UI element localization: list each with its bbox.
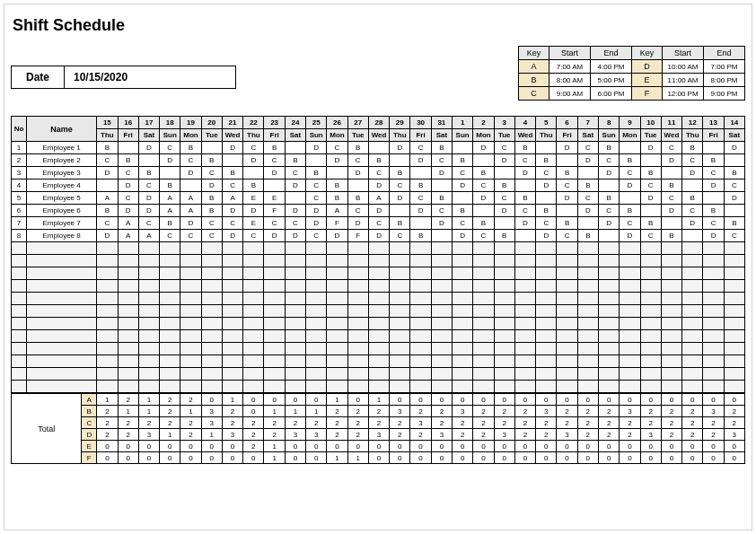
shift-cell: C xyxy=(347,154,368,167)
shift-cell: B xyxy=(410,179,431,192)
key-code: E xyxy=(632,74,663,87)
key-time: 11:00 AM xyxy=(663,74,704,87)
total-cell: 2 xyxy=(180,417,201,429)
total-cell: 2 xyxy=(557,406,577,417)
shift-cell: D xyxy=(327,154,347,167)
employee-name: Employee 1 xyxy=(26,142,96,154)
total-cell: 0 xyxy=(410,394,431,406)
shift-cell xyxy=(724,205,744,217)
total-cell: 0 xyxy=(514,452,535,464)
total-cell: 2 xyxy=(473,406,494,417)
total-cell: 1 xyxy=(138,406,159,417)
shift-cell: A xyxy=(160,192,180,205)
shift-cell: C xyxy=(243,142,264,154)
total-cell: 1 xyxy=(347,452,368,464)
shift-cell: D xyxy=(368,205,389,217)
total-cell: 2 xyxy=(431,406,452,417)
shift-cell: B xyxy=(453,154,473,167)
day-number: 2 xyxy=(473,117,494,129)
shift-cell xyxy=(661,167,681,179)
shift-cell: D xyxy=(180,217,201,230)
total-cell: 3 xyxy=(640,429,661,441)
shift-cell: D xyxy=(160,154,180,167)
total-cell: 2 xyxy=(682,417,703,429)
shift-cell: C xyxy=(682,205,703,217)
day-name: Thu xyxy=(390,129,410,142)
shift-cell: F xyxy=(327,217,347,230)
shift-cell xyxy=(347,179,368,192)
total-cell: 0 xyxy=(640,394,661,406)
shift-cell: C xyxy=(514,154,535,167)
total-row: E0000000210000000000000000000000 xyxy=(12,441,745,452)
total-cell: 3 xyxy=(494,429,514,441)
total-cell: 1 xyxy=(180,406,201,417)
total-cell: 0 xyxy=(473,441,494,452)
total-cell: 3 xyxy=(703,406,724,417)
shift-cell: D xyxy=(620,230,640,242)
shift-cell: B xyxy=(536,205,557,217)
total-cell: 0 xyxy=(453,452,473,464)
day-name: Sat xyxy=(138,129,159,142)
shift-cell: D xyxy=(640,192,661,205)
shift-cell: E xyxy=(264,192,285,205)
total-key: A xyxy=(82,394,97,406)
shift-cell xyxy=(514,179,535,192)
key-code: A xyxy=(519,60,549,74)
shift-cell: C xyxy=(160,142,180,154)
total-cell: 1 xyxy=(222,394,242,406)
key-header: Start xyxy=(549,47,591,60)
shift-cell xyxy=(514,230,535,242)
shift-cell: D xyxy=(347,167,368,179)
shift-cell: D xyxy=(180,167,201,179)
total-cell: 2 xyxy=(347,429,368,441)
key-time: 4:00 PM xyxy=(591,60,632,74)
shift-cell xyxy=(598,230,619,242)
total-cell: 0 xyxy=(138,441,159,452)
shift-cell: C xyxy=(138,179,159,192)
shift-cell xyxy=(557,154,577,167)
shift-cell xyxy=(703,142,724,154)
shift-cell: D xyxy=(327,230,347,242)
shift-cell: B xyxy=(118,154,138,167)
shift-cell: D xyxy=(661,154,681,167)
employee-row: 5Employee 5ACDAABAEECBBADCBDCBDCBDCBD xyxy=(12,192,745,205)
total-cell: 2 xyxy=(180,429,201,441)
shift-cell: C xyxy=(620,167,640,179)
employee-no: 8 xyxy=(12,230,27,242)
shift-cell: D xyxy=(243,154,264,167)
total-cell: 1 xyxy=(138,394,159,406)
shift-cell xyxy=(640,205,661,217)
day-number: 25 xyxy=(306,117,327,129)
total-cell: 0 xyxy=(598,452,619,464)
day-number: 27 xyxy=(347,117,368,129)
blank-row xyxy=(12,318,745,330)
shift-cell: D xyxy=(577,154,598,167)
shift-cell xyxy=(577,217,598,230)
shift-cell: D xyxy=(494,154,514,167)
total-cell: 1 xyxy=(264,406,285,417)
total-cell: 0 xyxy=(327,441,347,452)
shift-cell: C xyxy=(222,179,242,192)
shift-cell: C xyxy=(306,192,327,205)
total-cell: 0 xyxy=(620,441,640,452)
total-cell: 2 xyxy=(97,429,118,441)
total-cell: 0 xyxy=(285,452,305,464)
shift-cell: B xyxy=(138,167,159,179)
shift-cell: D xyxy=(620,179,640,192)
shift-cell: D xyxy=(97,167,118,179)
page-title: Shift Schedule xyxy=(13,16,745,35)
employee-name: Employee 6 xyxy=(26,205,96,217)
total-cell: 0 xyxy=(347,441,368,452)
shift-cell: C xyxy=(222,217,242,230)
total-cell: 0 xyxy=(97,441,118,452)
shift-cell: D xyxy=(138,205,159,217)
key-time: 10:00 AM xyxy=(663,60,704,74)
total-cell: 0 xyxy=(138,452,159,464)
shift-cell: C xyxy=(661,192,681,205)
total-cell: 0 xyxy=(494,452,514,464)
day-name: Wed xyxy=(368,129,389,142)
shift-cell: C xyxy=(201,230,222,242)
total-cell: 0 xyxy=(390,394,410,406)
total-cell: 2 xyxy=(598,429,619,441)
blank-row xyxy=(12,381,745,393)
